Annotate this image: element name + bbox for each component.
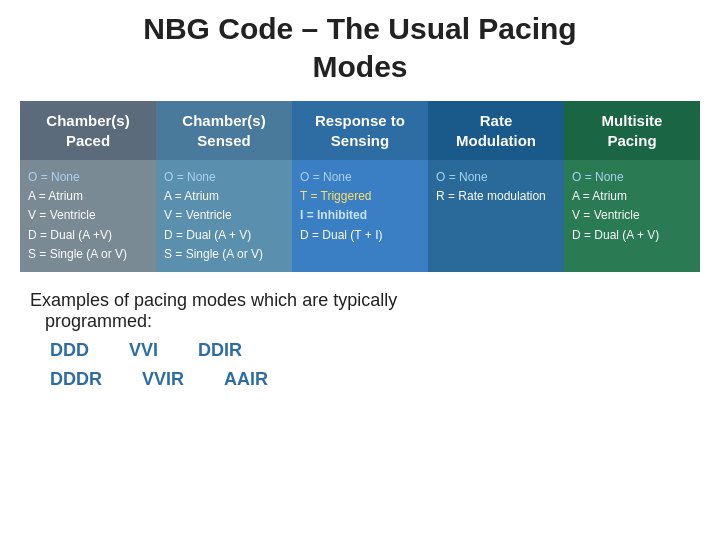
- examples-modes: DDD VVI DDIR DDDR VVIR AAIR: [30, 336, 700, 394]
- examples-section: Examples of pacing modes which are typic…: [20, 290, 700, 394]
- col-header-col4: RateModulation: [428, 101, 564, 160]
- cell-entry: T = Triggered: [300, 187, 420, 206]
- mode-vvir: VVIR: [142, 365, 184, 394]
- mode-ddd: DDD: [50, 336, 89, 365]
- cell-entry: D = Dual (A + V): [572, 226, 692, 245]
- cell-entry: O = None: [572, 168, 692, 187]
- cell-entry: S = Single (A or V): [164, 245, 284, 264]
- nbg-table: Chamber(s)PacedChamber(s)SensedResponse …: [20, 101, 700, 272]
- cell-entry: A = Atrium: [164, 187, 284, 206]
- cell-entry: S = Single (A or V): [28, 245, 148, 264]
- cell-entry: V = Ventricle: [572, 206, 692, 225]
- examples-title: Examples of pacing modes which are typic…: [30, 290, 700, 332]
- col-header-col1: Chamber(s)Paced: [20, 101, 156, 160]
- page: NBG Code – The Usual Pacing Modes Chambe…: [0, 0, 720, 540]
- cell-entry: V = Ventricle: [164, 206, 284, 225]
- mode-ddir: DDIR: [198, 336, 242, 365]
- table-cell-col5: O = NoneA = AtriumV = VentricleD = Dual …: [564, 160, 700, 272]
- cell-entry: D = Dual (T + I): [300, 226, 420, 245]
- cell-entry: O = None: [164, 168, 284, 187]
- table-row: O = NoneA = AtriumV = VentricleD = Dual …: [20, 160, 700, 272]
- col-header-col3: Response toSensing: [292, 101, 428, 160]
- col-header-col2: Chamber(s)Sensed: [156, 101, 292, 160]
- page-title: NBG Code – The Usual Pacing Modes: [143, 10, 576, 85]
- mode-vvi: VVI: [129, 336, 158, 365]
- cell-entry: O = None: [436, 168, 556, 187]
- cell-entry: A = Atrium: [28, 187, 148, 206]
- cell-entry: R = Rate modulation: [436, 187, 556, 206]
- table-cell-col4: O = NoneR = Rate modulation: [428, 160, 564, 272]
- cell-entry: D = Dual (A + V): [164, 226, 284, 245]
- cell-entry: O = None: [28, 168, 148, 187]
- table-cell-col2: O = NoneA = AtriumV = VentricleD = Dual …: [156, 160, 292, 272]
- examples-row2: DDDR VVIR AAIR: [50, 365, 700, 394]
- col-header-col5: MultisitePacing: [564, 101, 700, 160]
- table-cell-col3: O = NoneT = TriggeredI = InhibitedD = Du…: [292, 160, 428, 272]
- cell-entry: I = Inhibited: [300, 206, 420, 225]
- table-cell-col1: O = NoneA = AtriumV = VentricleD = Dual …: [20, 160, 156, 272]
- cell-entry: V = Ventricle: [28, 206, 148, 225]
- cell-entry: O = None: [300, 168, 420, 187]
- mode-dddr: DDDR: [50, 365, 102, 394]
- cell-entry: D = Dual (A +V): [28, 226, 148, 245]
- cell-entry: A = Atrium: [572, 187, 692, 206]
- mode-aair: AAIR: [224, 365, 268, 394]
- examples-row1: DDD VVI DDIR: [50, 336, 700, 365]
